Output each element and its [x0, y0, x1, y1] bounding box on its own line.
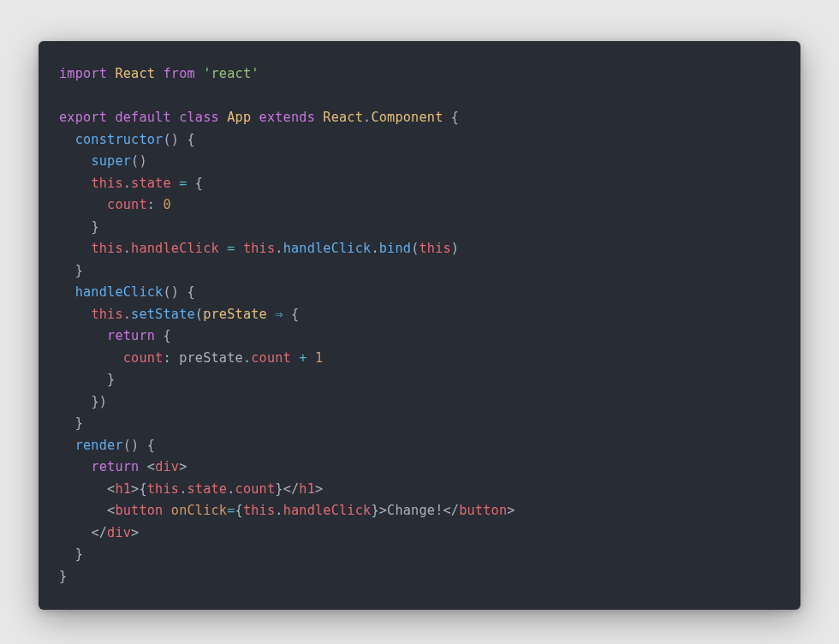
- method-handleclick: handleClick: [283, 241, 372, 256]
- number-one: 1: [315, 350, 323, 366]
- kw-extends: extends: [259, 110, 315, 125]
- tag-div-close: div: [107, 525, 131, 540]
- kw-class: class: [179, 110, 219, 125]
- kw-this: this: [243, 241, 275, 256]
- dot: .: [275, 503, 283, 518]
- kw-from: from: [163, 66, 194, 81]
- tag-open: </: [283, 481, 300, 497]
- class-app: App: [227, 110, 251, 125]
- brace-close: }: [107, 372, 115, 387]
- ident-prestate: preState: [179, 350, 243, 366]
- kw-this: this: [243, 503, 275, 518]
- parens: (): [131, 153, 147, 169]
- method-constructor: constructor: [75, 132, 164, 147]
- brace-open: {: [195, 176, 203, 191]
- jsx-expr-open: {: [139, 481, 146, 497]
- jsx-expr-close: }: [371, 503, 378, 518]
- tag-open: <: [147, 459, 155, 474]
- prop-count: count: [251, 350, 291, 366]
- brace-open: {: [443, 110, 460, 125]
- ident-react2: React: [323, 110, 363, 125]
- dot: .: [123, 176, 131, 191]
- kw-this: this: [91, 307, 122, 322]
- kw-this: this: [147, 481, 179, 497]
- space: [139, 459, 146, 474]
- prop-count: count: [107, 197, 147, 212]
- op-plus: +: [291, 350, 315, 366]
- ident-component: Component: [371, 110, 443, 125]
- param-prestate: preState: [203, 307, 267, 322]
- kw-import: import: [59, 66, 107, 81]
- code-content: import React from 'react' export default…: [59, 63, 780, 587]
- jsx-expr-close: }: [275, 481, 283, 497]
- kw-export: export: [59, 110, 107, 125]
- parens: () {: [163, 132, 194, 147]
- dot: .: [179, 481, 187, 497]
- tag-h1-close: h1: [299, 481, 315, 497]
- brace-close: }: [75, 546, 83, 562]
- method-setstate: setState: [131, 307, 195, 322]
- code-editor-panel: import React from 'react' export default…: [39, 41, 800, 610]
- dot: .: [227, 481, 235, 497]
- method-render: render: [75, 438, 123, 453]
- brace-paren-close: }): [91, 394, 107, 409]
- kw-return: return: [91, 459, 139, 474]
- attr-onclick: onClick: [171, 503, 227, 518]
- method-bind: bind: [379, 241, 411, 256]
- prop-handleclick: handleClick: [283, 503, 372, 518]
- kw-this: this: [91, 176, 122, 191]
- tag-button-close: button: [459, 503, 507, 518]
- dot: .: [243, 350, 251, 366]
- call-super: super: [91, 153, 131, 169]
- dot: .: [123, 241, 131, 256]
- number-zero: 0: [163, 197, 170, 212]
- brace-open: {: [155, 328, 171, 343]
- prop-state: state: [131, 176, 171, 191]
- tag-close: >: [131, 525, 139, 540]
- kw-this: this: [419, 241, 450, 256]
- jsx-expr-open: {: [235, 503, 243, 518]
- dot: .: [123, 307, 131, 322]
- prop-state: state: [187, 481, 228, 497]
- brace-open: {: [291, 307, 299, 322]
- op-equals: =: [171, 176, 195, 191]
- op-equals: =: [227, 503, 235, 518]
- paren-open: (: [195, 307, 203, 322]
- kw-this: this: [91, 241, 122, 256]
- brace-close: }: [75, 415, 83, 431]
- space: [163, 503, 170, 518]
- tag-open: </: [91, 525, 107, 540]
- tag-h1: h1: [115, 481, 131, 497]
- parens: () {: [163, 284, 194, 300]
- text-change: Change!: [387, 503, 443, 518]
- tag-close: >: [315, 481, 323, 497]
- kw-default: default: [115, 110, 170, 125]
- tag-open: <: [107, 481, 115, 497]
- prop-count: count: [235, 481, 276, 497]
- op-equals: =: [219, 241, 243, 256]
- tag-close: >: [379, 503, 387, 518]
- tag-close: >: [507, 503, 515, 518]
- ident-react: React: [115, 66, 155, 81]
- op-arrow: ⇒: [267, 307, 291, 322]
- parens: () {: [123, 438, 155, 453]
- tag-div: div: [155, 459, 179, 474]
- brace-close: }: [59, 569, 67, 584]
- kw-return: return: [107, 328, 155, 343]
- string-react: 'react': [203, 66, 259, 81]
- prop-handleclick: handleClick: [131, 241, 219, 256]
- dot: .: [363, 110, 371, 125]
- paren-close: ): [451, 241, 459, 256]
- tag-close: >: [179, 459, 187, 474]
- brace-close: }: [91, 219, 98, 235]
- colon: :: [163, 350, 179, 366]
- colon: :: [147, 197, 164, 212]
- tag-open: </: [443, 503, 460, 518]
- tag-open: <: [107, 503, 115, 518]
- tag-button: button: [115, 503, 163, 518]
- dot: .: [371, 241, 378, 256]
- dot: .: [275, 241, 283, 256]
- method-handleclick-def: handleClick: [75, 284, 164, 300]
- brace-close: }: [75, 263, 83, 278]
- prop-count: count: [123, 350, 164, 366]
